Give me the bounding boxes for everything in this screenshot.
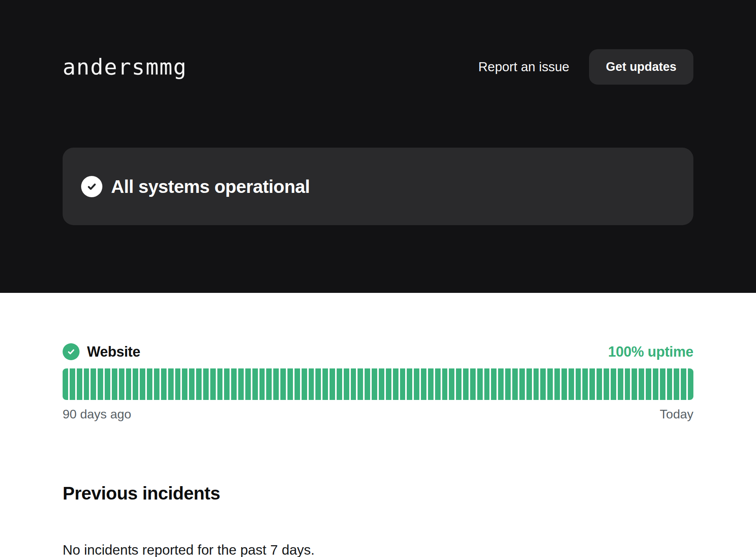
uptime-bar-day[interactable]	[322, 368, 328, 400]
uptime-bar-day[interactable]	[576, 368, 581, 400]
uptime-bar-day[interactable]	[344, 368, 349, 400]
uptime-bar-day[interactable]	[674, 368, 679, 400]
uptime-bar-day[interactable]	[168, 368, 174, 400]
uptime-bar-day[interactable]	[534, 368, 539, 400]
uptime-bar-day[interactable]	[428, 368, 434, 400]
hero-section: andersmmg Report an issue Get updates Al…	[0, 0, 756, 293]
uptime-bar-day[interactable]	[266, 368, 272, 400]
get-updates-button[interactable]: Get updates	[589, 49, 693, 85]
uptime-bar-day[interactable]	[512, 368, 518, 400]
uptime-bar-day[interactable]	[379, 368, 384, 400]
uptime-bar-day[interactable]	[653, 368, 658, 400]
uptime-bar-day[interactable]	[337, 368, 342, 400]
uptime-bar-day[interactable]	[547, 368, 553, 400]
uptime-bar-day[interactable]	[351, 368, 356, 400]
uptime-bar-day[interactable]	[224, 368, 230, 400]
uptime-bar-day[interactable]	[91, 368, 96, 400]
uptime-bar-day[interactable]	[519, 368, 525, 400]
uptime-bar-day[interactable]	[625, 368, 630, 400]
uptime-bar-day[interactable]	[639, 368, 644, 400]
uptime-bar-day[interactable]	[421, 368, 426, 400]
uptime-bar-day[interactable]	[238, 368, 244, 400]
uptime-bar-day[interactable]	[133, 368, 138, 400]
uptime-bar-day[interactable]	[280, 368, 286, 400]
uptime-bar-day[interactable]	[688, 368, 693, 400]
uptime-bar-day[interactable]	[505, 368, 511, 400]
uptime-bar-day[interactable]	[259, 368, 265, 400]
uptime-bar-day[interactable]	[386, 368, 391, 400]
uptime-bar-day[interactable]	[210, 368, 216, 400]
uptime-bar-day[interactable]	[105, 368, 110, 400]
uptime-bar-day[interactable]	[119, 368, 124, 400]
uptime-bar-day[interactable]	[477, 368, 483, 400]
uptime-bar-day[interactable]	[582, 368, 588, 400]
uptime-bar-day[interactable]	[295, 368, 300, 400]
uptime-bar-day[interactable]	[365, 368, 370, 400]
uptime-bar-day[interactable]	[273, 368, 279, 400]
uptime-bar-day[interactable]	[561, 368, 567, 400]
uptime-bar-day[interactable]	[245, 368, 251, 400]
uptime-bar-day[interactable]	[604, 368, 609, 400]
uptime-bar-day[interactable]	[442, 368, 448, 400]
uptime-bar-day[interactable]	[414, 368, 419, 400]
uptime-bar-day[interactable]	[393, 368, 398, 400]
uptime-bar-day[interactable]	[660, 368, 665, 400]
uptime-bar-day[interactable]	[154, 368, 159, 400]
uptime-bar-day[interactable]	[77, 368, 82, 400]
uptime-bar-day[interactable]	[161, 368, 167, 400]
uptime-bar-day[interactable]	[632, 368, 637, 400]
uptime-bar-day[interactable]	[126, 368, 132, 400]
uptime-bar-day[interactable]	[681, 368, 686, 400]
uptime-bar-day[interactable]	[407, 368, 412, 400]
uptime-bar-day[interactable]	[491, 368, 497, 400]
uptime-bar-day[interactable]	[182, 368, 187, 400]
uptime-bar-day[interactable]	[597, 368, 602, 400]
uptime-bar-day[interactable]	[63, 368, 68, 400]
uptime-bar-day[interactable]	[217, 368, 223, 400]
uptime-bar-day[interactable]	[449, 368, 454, 400]
uptime-bar-chart	[63, 368, 693, 400]
uptime-bar-day[interactable]	[470, 368, 476, 400]
main-content: Website 100% uptime 90 days ago Today Pr…	[0, 293, 756, 557]
uptime-bar-day[interactable]	[252, 368, 258, 400]
uptime-bar-day[interactable]	[526, 368, 532, 400]
uptime-bar-day[interactable]	[400, 368, 406, 400]
uptime-bar-day[interactable]	[203, 368, 209, 400]
uptime-bar-day[interactable]	[189, 368, 195, 400]
uptime-bar-day[interactable]	[589, 368, 595, 400]
uptime-bar-day[interactable]	[330, 368, 335, 400]
uptime-bar-day[interactable]	[302, 368, 307, 400]
uptime-bar-day[interactable]	[196, 368, 202, 400]
uptime-bar-day[interactable]	[484, 368, 490, 400]
uptime-bar-day[interactable]	[231, 368, 237, 400]
uptime-bar-day[interactable]	[554, 368, 560, 400]
uptime-bar-day[interactable]	[435, 368, 441, 400]
uptime-bar-day[interactable]	[98, 368, 103, 400]
top-navigation: andersmmg Report an issue Get updates	[63, 0, 693, 85]
uptime-bar-day[interactable]	[569, 368, 574, 400]
uptime-bar-day[interactable]	[667, 368, 673, 400]
monitor-name: Website	[87, 344, 140, 360]
report-issue-link[interactable]: Report an issue	[478, 59, 569, 74]
uptime-range-labels: 90 days ago Today	[63, 407, 693, 422]
uptime-bar-day[interactable]	[498, 368, 504, 400]
logo[interactable]: andersmmg	[63, 54, 187, 80]
monitor-website: Website 100% uptime 90 days ago Today	[63, 343, 693, 422]
uptime-bar-day[interactable]	[646, 368, 651, 400]
uptime-bar-day[interactable]	[463, 368, 469, 400]
uptime-bar-day[interactable]	[309, 368, 314, 400]
uptime-bar-day[interactable]	[611, 368, 616, 400]
uptime-bar-day[interactable]	[112, 368, 117, 400]
uptime-bar-day[interactable]	[287, 368, 293, 400]
uptime-bar-day[interactable]	[358, 368, 363, 400]
uptime-bar-day[interactable]	[372, 368, 377, 400]
uptime-bar-day[interactable]	[456, 368, 461, 400]
uptime-bar-day[interactable]	[315, 368, 321, 400]
uptime-bar-day[interactable]	[70, 368, 75, 400]
uptime-bar-day[interactable]	[140, 368, 145, 400]
uptime-bar-day[interactable]	[84, 368, 89, 400]
uptime-bar-day[interactable]	[540, 368, 546, 400]
uptime-bar-day[interactable]	[618, 368, 623, 400]
uptime-bar-day[interactable]	[147, 368, 152, 400]
uptime-bar-day[interactable]	[175, 368, 181, 400]
